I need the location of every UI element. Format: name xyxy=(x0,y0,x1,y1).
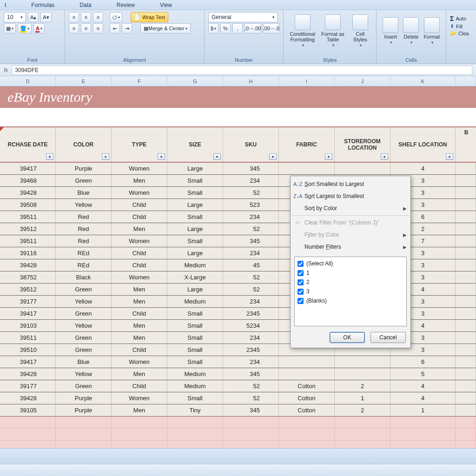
filter-arrow[interactable]: ▾ xyxy=(46,153,53,160)
blank-row[interactable] xyxy=(0,429,476,441)
table-cell[interactable]: Blue xyxy=(56,187,112,198)
table-cell[interactable]: Cotton xyxy=(279,392,335,404)
col-header[interactable]: F xyxy=(112,76,167,86)
table-cell[interactable]: Tiny xyxy=(167,404,223,416)
table-cell[interactable]: Yellow xyxy=(56,320,112,331)
table-cell[interactable] xyxy=(279,356,335,368)
table-cell[interactable]: 2 xyxy=(335,380,390,392)
table-cell[interactable]: Men xyxy=(112,296,167,307)
table-cell[interactable]: 52 xyxy=(223,380,279,392)
table-cell[interactable]: Black xyxy=(56,271,112,283)
filter-checkbox[interactable]: (Select All) xyxy=(298,259,403,268)
table-cell[interactable]: Red xyxy=(56,211,112,223)
table-cell[interactable]: Cotton xyxy=(279,380,335,392)
table-cell[interactable]: 39510 xyxy=(0,344,56,356)
table-cell[interactable]: 523 xyxy=(223,199,279,211)
filter-checkbox[interactable]: 2 xyxy=(298,278,403,287)
blank-cell[interactable] xyxy=(167,416,223,428)
merge-center-button[interactable]: ▦ Merge & Center▾ xyxy=(140,23,191,33)
table-cell[interactable] xyxy=(456,211,476,223)
blank-cell[interactable] xyxy=(279,429,335,440)
table-cell[interactable]: 39428 xyxy=(0,187,56,198)
table-row[interactable]: 39177GreenChildMedium52Cotton24 xyxy=(0,380,476,392)
table-cell[interactable] xyxy=(456,271,476,283)
table-cell[interactable]: 39512 xyxy=(0,284,56,295)
filter-arrow[interactable]: ▾ xyxy=(158,153,165,160)
table-cell[interactable]: Men xyxy=(112,320,167,331)
table-cell[interactable]: 2345 xyxy=(223,308,279,319)
table-cell[interactable]: 5 xyxy=(390,368,456,380)
table-cell[interactable]: 45 xyxy=(223,259,279,271)
table-cell[interactable] xyxy=(456,199,476,211)
table-cell[interactable]: Yellow xyxy=(56,199,112,211)
table-cell[interactable] xyxy=(456,284,476,295)
table-cell[interactable] xyxy=(456,247,476,259)
menu-item[interactable]: Formulas xyxy=(31,2,54,8)
col-header[interactable]: G xyxy=(167,76,223,86)
table-cell[interactable]: Child xyxy=(112,308,167,319)
table-cell[interactable]: Large xyxy=(167,223,223,235)
table-cell[interactable]: Men xyxy=(112,175,167,186)
table-cell[interactable]: Small xyxy=(167,320,223,331)
table-cell[interactable]: REd xyxy=(56,247,112,259)
table-cell[interactable]: Green xyxy=(56,344,112,356)
ok-button[interactable]: OK xyxy=(330,332,365,343)
table-cell[interactable]: 234 xyxy=(223,211,279,223)
table-cell[interactable]: Red xyxy=(56,223,112,235)
table-cell[interactable] xyxy=(456,368,476,380)
increase-indent-button[interactable]: ⇥ xyxy=(122,23,132,33)
table-cell[interactable]: 2345 xyxy=(223,344,279,356)
table-row[interactable]: 39417BlueWomenSmall2346 xyxy=(0,356,476,368)
align-bottom-button[interactable]: ≡ xyxy=(93,12,103,22)
sort-ascending-item[interactable]: A↓ZSort Smallest to Largest xyxy=(291,178,410,190)
table-cell[interactable] xyxy=(456,259,476,271)
table-cell[interactable]: Child xyxy=(112,211,167,223)
col-header[interactable]: E xyxy=(56,76,112,86)
accounting-format-button[interactable]: $▾ xyxy=(208,23,218,33)
table-cell[interactable]: 39428 xyxy=(0,392,56,404)
table-cell[interactable]: 39177 xyxy=(0,296,56,307)
table-cell[interactable]: 39417 xyxy=(0,163,56,174)
table-cell[interactable]: 1 xyxy=(335,392,390,404)
table-cell[interactable]: 4 xyxy=(390,392,456,404)
table-cell[interactable]: Women xyxy=(112,356,167,368)
blank-cell[interactable] xyxy=(56,429,112,440)
table-cell[interactable]: Small xyxy=(167,235,223,247)
formula-input[interactable]: 3094DFE xyxy=(12,66,472,75)
table-cell[interactable]: Green xyxy=(56,175,112,186)
table-cell[interactable]: 2 xyxy=(335,404,390,416)
table-cell[interactable]: Medium xyxy=(167,296,223,307)
font-color-button[interactable]: A▾ xyxy=(33,23,45,33)
table-cell[interactable]: Large xyxy=(167,199,223,211)
menu-item[interactable]: t xyxy=(5,2,6,8)
table-cell[interactable]: 52 xyxy=(223,271,279,283)
align-center-button[interactable]: ≡ xyxy=(81,23,91,33)
blank-cell[interactable] xyxy=(0,416,56,428)
number-format-combo[interactable]: General xyxy=(208,12,278,22)
fx-icon[interactable]: fx xyxy=(4,67,8,73)
number-filters-item[interactable]: Number Filters▶ xyxy=(291,241,410,253)
shrink-font-button[interactable]: A▾ xyxy=(40,12,51,22)
table-cell[interactable] xyxy=(456,235,476,247)
table-cell[interactable] xyxy=(335,163,390,174)
menu-item[interactable]: View xyxy=(160,2,172,8)
table-cell[interactable]: Small xyxy=(167,187,223,198)
table-cell[interactable]: 5234 xyxy=(223,320,279,331)
table-cell[interactable]: REd xyxy=(56,259,112,271)
filter-checkbox[interactable]: 1 xyxy=(298,268,403,278)
increase-decimal-button[interactable]: .0→.00 xyxy=(245,23,261,33)
table-cell[interactable] xyxy=(456,332,476,344)
table-cell[interactable]: 345 xyxy=(223,235,279,247)
table-cell[interactable]: Yellow xyxy=(56,368,112,380)
comma-button[interactable]: , xyxy=(232,23,243,33)
col-header[interactable]: I xyxy=(279,76,335,86)
table-cell[interactable] xyxy=(456,187,476,198)
table-cell[interactable]: 39177 xyxy=(0,380,56,392)
blank-row[interactable] xyxy=(0,416,476,429)
table-cell[interactable] xyxy=(335,368,390,380)
table-cell[interactable]: Men xyxy=(112,368,167,380)
table-cell[interactable]: 52 xyxy=(223,223,279,235)
table-row[interactable]: 39428YellowMenMedium3455 xyxy=(0,368,476,380)
table-cell[interactable]: 234 xyxy=(223,247,279,259)
blank-cell[interactable] xyxy=(390,416,456,428)
